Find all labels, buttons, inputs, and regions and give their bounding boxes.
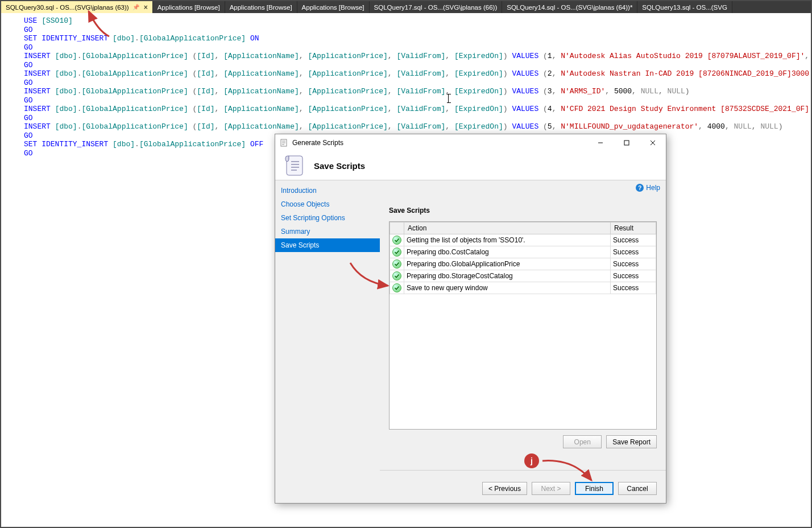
- success-icon: [392, 259, 401, 269]
- dialog-title-bar: Generate Scripts: [275, 134, 666, 151]
- nav-save-scripts[interactable]: Save Scripts: [275, 238, 380, 252]
- maximize-button[interactable]: [614, 134, 640, 151]
- script-icon: [280, 138, 289, 147]
- tab-bar: SQLQuery30.sql - OS...(SVG\jplanas (63))…: [1, 1, 811, 13]
- success-icon: [392, 271, 401, 280]
- cell-action: Preparing dbo.StorageCostCatalog: [404, 270, 611, 282]
- col-result: Result: [611, 222, 656, 234]
- finish-button[interactable]: Finish: [575, 482, 614, 495]
- nav-choose-objects[interactable]: Choose Objects: [275, 197, 380, 211]
- nav-set-scripting[interactable]: Set Scripting Options: [275, 211, 380, 225]
- cell-result: Success: [611, 246, 656, 258]
- help-icon: ?: [636, 184, 644, 192]
- dialog-header: Save Scripts: [275, 151, 666, 180]
- cell-action: Save to new query window: [404, 282, 611, 294]
- cell-action: Getting the list of objects from 'SSO10'…: [404, 234, 611, 246]
- table-row: Preparing dbo.CostCatalogSuccess: [390, 246, 656, 258]
- cell-result: Success: [611, 282, 656, 294]
- minimize-button[interactable]: [587, 134, 614, 151]
- table-row: Preparing dbo.StorageCostCatalogSuccess: [390, 270, 656, 282]
- cell-result: Success: [611, 258, 656, 270]
- table-row: Save to new query windowSuccess: [390, 282, 656, 294]
- previous-button[interactable]: < Previous: [482, 482, 527, 495]
- scroll-icon: [283, 152, 306, 179]
- help-link[interactable]: ? Help: [636, 184, 660, 192]
- success-icon: [392, 283, 401, 292]
- section-title: Save Scripts: [380, 192, 666, 221]
- nav-summary[interactable]: Summary: [275, 225, 380, 238]
- table-row: Getting the list of objects from 'SSO10'…: [390, 234, 656, 246]
- save-report-button[interactable]: Save Report: [606, 435, 657, 448]
- annotation-badge: j: [524, 453, 539, 468]
- tab-label: SQLQuery13.sql - OS...(SVG: [642, 4, 727, 11]
- cell-action: Preparing dbo.CostCatalog: [404, 246, 611, 258]
- cancel-button[interactable]: Cancel: [618, 482, 657, 495]
- tab-label: SQLQuery17.sql - OS...(SVG\jplanas (66)): [374, 4, 498, 11]
- cell-action: Preparing dbo.GlobalApplicationPrice: [404, 258, 611, 270]
- text-caret-icon: [448, 94, 449, 102]
- close-button[interactable]: [640, 134, 666, 151]
- success-icon: [392, 236, 401, 245]
- tab[interactable]: SQLQuery14.sql - OS...(SVG\jplanas (64))…: [502, 1, 637, 13]
- tab-label: Applications [Browse]: [230, 4, 292, 11]
- tab-active[interactable]: SQLQuery30.sql - OS...(SVG\jplanas (63))…: [1, 1, 153, 13]
- cell-result: Success: [611, 234, 656, 246]
- help-label: Help: [646, 184, 660, 192]
- tab[interactable]: Applications [Browse]: [153, 1, 225, 13]
- cell-result: Success: [611, 270, 656, 282]
- dialog-heading: Save Scripts: [314, 161, 365, 171]
- table-row: Preparing dbo.GlobalApplicationPriceSucc…: [390, 258, 656, 270]
- tab[interactable]: SQLQuery17.sql - OS...(SVG\jplanas (66)): [370, 1, 503, 13]
- open-button: Open: [563, 435, 602, 448]
- wizard-nav: Introduction Choose Objects Set Scriptin…: [275, 180, 380, 503]
- results-grid: Action Result Getting the list of object…: [389, 221, 657, 430]
- dialog-content: ? Help Save Scripts Action Result Gettin…: [380, 180, 666, 503]
- nav-introduction[interactable]: Introduction: [275, 184, 380, 197]
- tab-label: Applications [Browse]: [302, 4, 364, 11]
- success-icon: [392, 248, 401, 257]
- col-action: Action: [404, 222, 611, 234]
- tab[interactable]: SQLQuery13.sql - OS...(SVG: [637, 1, 732, 13]
- tab-label: Applications [Browse]: [158, 4, 220, 11]
- generate-scripts-dialog: Generate Scripts Save Scripts Introducti…: [275, 134, 666, 504]
- tab[interactable]: Applications [Browse]: [225, 1, 297, 13]
- tab-label: SQLQuery14.sql - OS...(SVG\jplanas (64))…: [507, 4, 632, 11]
- close-icon[interactable]: ×: [144, 3, 148, 11]
- pin-icon[interactable]: 📌: [132, 4, 139, 10]
- tab-label: SQLQuery30.sql - OS...(SVG\jplanas (63)): [6, 4, 129, 11]
- dialog-title: Generate Scripts: [292, 139, 343, 147]
- next-button: Next >: [532, 482, 570, 495]
- tab[interactable]: Applications [Browse]: [297, 1, 370, 13]
- svg-rect-2: [624, 141, 629, 145]
